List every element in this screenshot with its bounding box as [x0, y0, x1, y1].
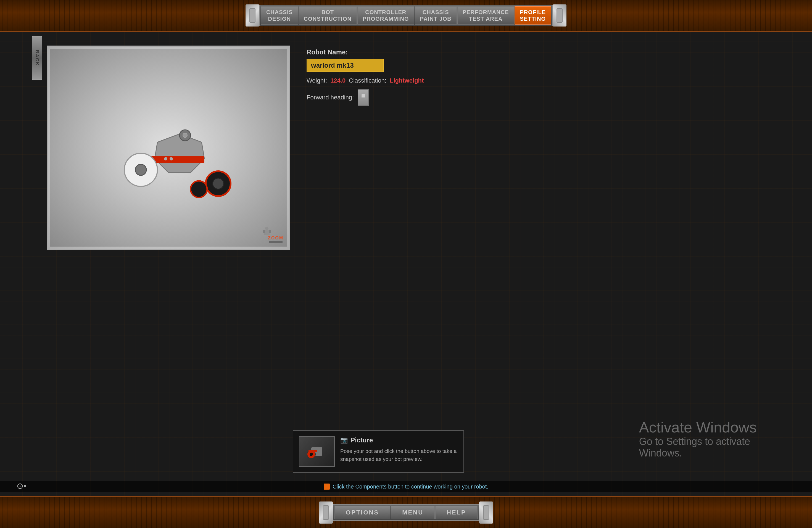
robot-name-input[interactable] — [307, 59, 384, 72]
svg-point-10 — [213, 178, 224, 189]
tab-performance-test-area[interactable]: PERFORMANCETEST AREA — [458, 6, 514, 25]
status-bar: Click the Components button to continue … — [0, 481, 812, 492]
svg-rect-24 — [483, 505, 489, 519]
bottom-bracket-right — [479, 501, 493, 524]
svg-point-16 — [265, 227, 269, 230]
tab-chassis-design[interactable]: CHASSISDESIGN — [261, 6, 298, 25]
svg-point-7 — [164, 157, 168, 160]
svg-rect-18 — [269, 230, 271, 233]
robot-icon-small — [261, 225, 272, 238]
svg-point-6 — [135, 164, 146, 175]
weight-label: Weight: — [307, 77, 327, 84]
right-panel: Robot Name: Weight: 124.0 Classification… — [307, 46, 765, 114]
options-button[interactable]: OPTIONS — [334, 506, 390, 519]
win-activate-title: Activate Windows — [639, 419, 757, 436]
win-activate-sub: Go to Settings to activateWindows. — [639, 436, 757, 459]
back-button[interactable]: BACK — [32, 36, 42, 80]
corner-icons: ⊙• — [17, 481, 27, 491]
status-icon — [324, 484, 330, 489]
forward-heading-row: Forward heading: — [307, 89, 765, 106]
status-text: Click the Components button to continue … — [333, 484, 488, 490]
svg-rect-1 — [557, 9, 562, 23]
tab-chassis-paint-job[interactable]: CHASSISPAINT JOB — [415, 6, 457, 25]
robot-viewport[interactable]: ZOOM — [47, 46, 290, 250]
menu-button[interactable]: MENU — [391, 506, 435, 519]
top-banner: CHASSISDESIGN BOTCONSTRUCTION CONTROLLER… — [0, 0, 812, 32]
help-button[interactable]: HELP — [435, 506, 478, 519]
tab-profile-setting[interactable]: PROFILESETTING — [514, 6, 551, 25]
svg-point-8 — [170, 157, 173, 160]
svg-point-14 — [183, 133, 187, 137]
bottom-nav: OPTIONS MENU HELP — [333, 504, 479, 521]
nav-bracket-right — [553, 4, 566, 27]
nav-tabs: CHASSISDESIGN BOTCONSTRUCTION CONTROLLER… — [259, 5, 553, 26]
weight-row: Weight: 124.0 Classification: Lightweigh… — [307, 77, 765, 84]
weight-value: 124.0 — [330, 77, 346, 84]
svg-rect-17 — [263, 230, 265, 233]
svg-marker-2 — [155, 134, 204, 173]
svg-rect-0 — [250, 9, 255, 23]
tab-bot-construction[interactable]: BOTCONSTRUCTION — [299, 6, 357, 25]
nav-bracket-left — [246, 4, 259, 27]
forward-heading-label: Forward heading: — [307, 94, 354, 101]
zoom-slider[interactable] — [269, 241, 282, 243]
classification-label: Classification: — [349, 77, 387, 84]
nav-container: CHASSISDESIGN BOTCONSTRUCTION CONTROLLER… — [246, 4, 566, 27]
bottom-banner: OPTIONS MENU HELP — [0, 496, 812, 528]
bottom-bracket-left — [319, 501, 333, 524]
tab-controller-programming[interactable]: CONTROLLERPROGRAMMING — [358, 6, 414, 25]
windows-activation: Activate Windows Go to Settings to activ… — [639, 419, 757, 459]
svg-point-12 — [191, 181, 207, 197]
robot-name-label: Robot Name: — [307, 48, 765, 56]
classification-value: Lightweight — [390, 77, 424, 84]
svg-rect-23 — [323, 505, 329, 519]
bottom-nav-container: OPTIONS MENU HELP — [319, 501, 493, 524]
robot-model — [124, 92, 235, 203]
heading-slider[interactable] — [358, 89, 369, 106]
